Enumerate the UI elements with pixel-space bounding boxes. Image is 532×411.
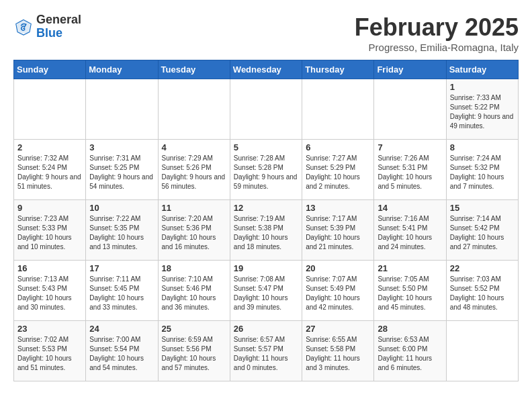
day-detail: Sunrise: 7:08 AM Sunset: 5:47 PM Dayligh… [234, 275, 298, 312]
day-detail: Sunrise: 7:17 AM Sunset: 5:39 PM Dayligh… [306, 214, 370, 252]
day-cell: 4Sunrise: 7:29 AM Sunset: 5:26 PM Daylig… [158, 140, 230, 200]
day-cell: 9Sunrise: 7:23 AM Sunset: 5:33 PM Daylig… [14, 200, 86, 261]
day-number: 5 [234, 142, 298, 152]
day-header-friday: Friday [374, 60, 446, 79]
day-header-sunday: Sunday [14, 60, 86, 79]
day-number: 16 [17, 263, 82, 273]
week-row-2: 2Sunrise: 7:32 AM Sunset: 5:24 PM Daylig… [14, 140, 519, 200]
day-number: 15 [450, 203, 515, 213]
day-number: 13 [306, 203, 370, 213]
day-cell: 19Sunrise: 7:08 AM Sunset: 5:47 PM Dayli… [230, 261, 302, 321]
day-number: 25 [162, 324, 226, 334]
day-cell: 14Sunrise: 7:16 AM Sunset: 5:41 PM Dayli… [374, 200, 446, 261]
day-cell: 3Sunrise: 7:31 AM Sunset: 5:25 PM Daylig… [86, 140, 158, 200]
day-cell [158, 79, 230, 140]
day-detail: Sunrise: 7:19 AM Sunset: 5:38 PM Dayligh… [234, 214, 298, 252]
day-number: 19 [234, 263, 298, 273]
day-detail: Sunrise: 7:16 AM Sunset: 5:41 PM Dayligh… [378, 214, 442, 252]
day-cell: 11Sunrise: 7:20 AM Sunset: 5:36 PM Dayli… [158, 200, 230, 261]
day-detail: Sunrise: 7:24 AM Sunset: 5:32 PM Dayligh… [450, 154, 515, 191]
day-cell [86, 79, 158, 140]
day-number: 27 [306, 324, 370, 334]
day-detail: Sunrise: 7:31 AM Sunset: 5:25 PM Dayligh… [89, 154, 154, 191]
logo-general: General [36, 13, 81, 27]
day-detail: Sunrise: 7:00 AM Sunset: 5:54 PM Dayligh… [89, 335, 154, 373]
day-number: 11 [162, 203, 226, 213]
page-header: General Blue February 2025 Progresso, Em… [13, 13, 519, 53]
day-detail: Sunrise: 7:20 AM Sunset: 5:36 PM Dayligh… [162, 214, 226, 252]
day-number: 2 [17, 142, 82, 152]
day-cell: 26Sunrise: 6:57 AM Sunset: 5:57 PM Dayli… [230, 321, 302, 381]
day-number: 8 [450, 142, 515, 152]
day-detail: Sunrise: 7:10 AM Sunset: 5:46 PM Dayligh… [162, 275, 226, 312]
day-cell: 2Sunrise: 7:32 AM Sunset: 5:24 PM Daylig… [14, 140, 86, 200]
week-row-5: 23Sunrise: 7:02 AM Sunset: 5:53 PM Dayli… [14, 321, 519, 381]
logo-blue: Blue [36, 27, 81, 40]
day-detail: Sunrise: 7:13 AM Sunset: 5:43 PM Dayligh… [17, 275, 82, 312]
day-number: 9 [17, 203, 82, 213]
day-cell: 5Sunrise: 7:28 AM Sunset: 5:28 PM Daylig… [230, 140, 302, 200]
logo-icon [13, 17, 34, 37]
day-detail: Sunrise: 7:03 AM Sunset: 5:52 PM Dayligh… [450, 275, 515, 312]
day-number: 20 [306, 263, 370, 273]
day-detail: Sunrise: 7:22 AM Sunset: 5:35 PM Dayligh… [89, 214, 154, 252]
day-detail: Sunrise: 6:55 AM Sunset: 5:58 PM Dayligh… [306, 335, 370, 373]
day-detail: Sunrise: 7:29 AM Sunset: 5:26 PM Dayligh… [162, 154, 226, 191]
day-number: 17 [89, 263, 154, 273]
day-cell: 17Sunrise: 7:11 AM Sunset: 5:45 PM Dayli… [86, 261, 158, 321]
week-row-3: 9Sunrise: 7:23 AM Sunset: 5:33 PM Daylig… [14, 200, 519, 261]
day-cell: 22Sunrise: 7:03 AM Sunset: 5:52 PM Dayli… [446, 261, 518, 321]
day-number: 23 [17, 324, 82, 334]
day-cell: 1Sunrise: 7:33 AM Sunset: 5:22 PM Daylig… [446, 79, 518, 140]
day-cell: 7Sunrise: 7:26 AM Sunset: 5:31 PM Daylig… [374, 140, 446, 200]
day-cell: 12Sunrise: 7:19 AM Sunset: 5:38 PM Dayli… [230, 200, 302, 261]
day-number: 22 [450, 263, 515, 273]
day-number: 21 [378, 263, 442, 273]
day-detail: Sunrise: 7:07 AM Sunset: 5:49 PM Dayligh… [306, 275, 370, 312]
calendar-subtitle: Progresso, Emilia-Romagna, Italy [355, 42, 519, 53]
day-detail: Sunrise: 7:11 AM Sunset: 5:45 PM Dayligh… [89, 275, 154, 312]
day-number: 10 [89, 203, 154, 213]
day-header-tuesday: Tuesday [158, 60, 230, 79]
day-number: 7 [378, 142, 442, 152]
days-header-row: SundayMondayTuesdayWednesdayThursdayFrid… [14, 60, 519, 79]
day-cell [446, 321, 518, 381]
day-detail: Sunrise: 7:33 AM Sunset: 5:22 PM Dayligh… [450, 93, 515, 131]
day-cell: 13Sunrise: 7:17 AM Sunset: 5:39 PM Dayli… [302, 200, 374, 261]
day-number: 6 [306, 142, 370, 152]
day-detail: Sunrise: 7:27 AM Sunset: 5:29 PM Dayligh… [306, 154, 370, 191]
day-number: 14 [378, 203, 442, 213]
day-cell: 10Sunrise: 7:22 AM Sunset: 5:35 PM Dayli… [86, 200, 158, 261]
day-cell: 18Sunrise: 7:10 AM Sunset: 5:46 PM Dayli… [158, 261, 230, 321]
day-header-monday: Monday [86, 60, 158, 79]
calendar-table: SundayMondayTuesdayWednesdayThursdayFrid… [13, 60, 519, 381]
day-detail: Sunrise: 6:53 AM Sunset: 6:00 PM Dayligh… [378, 335, 442, 373]
day-detail: Sunrise: 7:02 AM Sunset: 5:53 PM Dayligh… [17, 335, 82, 373]
title-block: February 2025 Progresso, Emilia-Romagna,… [355, 13, 519, 53]
day-header-saturday: Saturday [446, 60, 518, 79]
day-detail: Sunrise: 7:23 AM Sunset: 5:33 PM Dayligh… [17, 214, 82, 252]
day-cell: 28Sunrise: 6:53 AM Sunset: 6:00 PM Dayli… [374, 321, 446, 381]
day-cell: 24Sunrise: 7:00 AM Sunset: 5:54 PM Dayli… [86, 321, 158, 381]
logo: General Blue [13, 13, 81, 40]
day-cell: 23Sunrise: 7:02 AM Sunset: 5:53 PM Dayli… [14, 321, 86, 381]
day-detail: Sunrise: 6:59 AM Sunset: 5:56 PM Dayligh… [162, 335, 226, 373]
day-number: 24 [89, 324, 154, 334]
logo-text: General Blue [36, 13, 81, 40]
day-cell: 15Sunrise: 7:14 AM Sunset: 5:42 PM Dayli… [446, 200, 518, 261]
day-cell: 25Sunrise: 6:59 AM Sunset: 5:56 PM Dayli… [158, 321, 230, 381]
week-row-1: 1Sunrise: 7:33 AM Sunset: 5:22 PM Daylig… [14, 79, 519, 140]
day-number: 28 [378, 324, 442, 334]
day-cell [302, 79, 374, 140]
day-number: 1 [450, 82, 515, 92]
day-cell [230, 79, 302, 140]
day-number: 4 [162, 142, 226, 152]
day-cell: 8Sunrise: 7:24 AM Sunset: 5:32 PM Daylig… [446, 140, 518, 200]
week-row-4: 16Sunrise: 7:13 AM Sunset: 5:43 PM Dayli… [14, 261, 519, 321]
day-cell: 21Sunrise: 7:05 AM Sunset: 5:50 PM Dayli… [374, 261, 446, 321]
day-header-thursday: Thursday [302, 60, 374, 79]
day-cell: 20Sunrise: 7:07 AM Sunset: 5:49 PM Dayli… [302, 261, 374, 321]
day-detail: Sunrise: 6:57 AM Sunset: 5:57 PM Dayligh… [234, 335, 298, 373]
day-cell: 16Sunrise: 7:13 AM Sunset: 5:43 PM Dayli… [14, 261, 86, 321]
day-header-wednesday: Wednesday [230, 60, 302, 79]
